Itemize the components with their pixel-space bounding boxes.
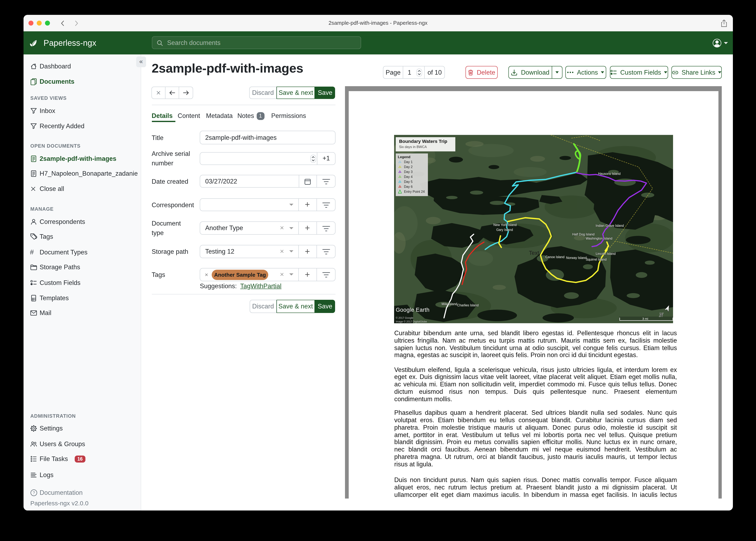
svg-text:Boundary Waters Trip: Boundary Waters Trip [399, 139, 447, 144]
svg-text:Day 1: Day 1 [404, 160, 413, 164]
svg-text:Washington Island: Washington Island [586, 237, 612, 240]
svg-text:Gary Island: Gary Island [496, 228, 513, 232]
svg-text:?: ? [32, 490, 35, 495]
svg-text:Day 2: Day 2 [404, 165, 413, 169]
svg-text:Canoe Island: Canoe Island [545, 255, 565, 259]
svg-text:Indian Grave Island: Indian Grave Island [596, 224, 624, 228]
svg-text:3 mi: 3 mi [642, 317, 648, 320]
svg-text:Day 3: Day 3 [404, 170, 413, 174]
svg-text:Mile Island: Mile Island [442, 302, 457, 306]
svg-text:Norway Island: Norway Island [566, 256, 587, 260]
svg-text:© 2017 Google: © 2017 Google [396, 316, 413, 319]
svg-text:Lincoln Island: Lincoln Island [596, 252, 615, 256]
svg-text:New York Island: New York Island [493, 223, 517, 227]
svg-text:Image © 2017 DigitalGlobe: Image © 2017 DigitalGlobe [396, 320, 427, 323]
svg-text:Half Dog Island: Half Dog Island [572, 233, 594, 236]
svg-text:Charlies Island: Charlies Island [457, 303, 479, 307]
svg-text:N: N [659, 311, 663, 318]
svg-text:Text: Text [529, 250, 539, 256]
svg-text:Legend: Legend [398, 155, 410, 159]
svg-text:Hausons Island: Hausons Island [598, 172, 621, 176]
svg-text:Six days in BWCA: Six days in BWCA [399, 145, 427, 149]
svg-text:Entry Point 24: Entry Point 24 [404, 190, 425, 194]
svg-text:Day 6: Day 6 [404, 185, 413, 189]
svg-text:Google Earth: Google Earth [396, 307, 430, 313]
svg-text:Squirrel Island: Squirrel Island [586, 258, 607, 261]
svg-text:Day 5: Day 5 [404, 180, 413, 184]
svg-text:Day 4: Day 4 [404, 175, 413, 179]
